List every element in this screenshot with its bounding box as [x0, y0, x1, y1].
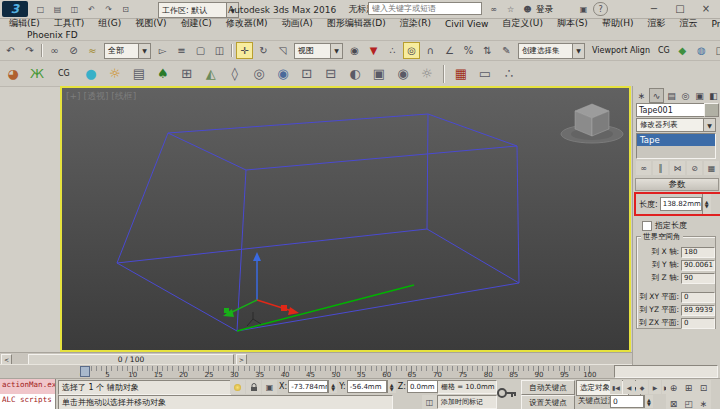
favorites-star-icon[interactable]: ☆	[503, 2, 518, 16]
minimize-button[interactable]: −	[642, 0, 666, 16]
move-gizmo[interactable]	[223, 252, 299, 317]
tab-utilities[interactable]: ◧	[707, 89, 720, 102]
cg-menu[interactable]: CG	[658, 46, 670, 55]
unlink-selection-icon[interactable]: ⊘	[65, 42, 82, 59]
selection-filter-combo[interactable]: 全部▼	[104, 43, 151, 59]
selection-lock-icon[interactable]	[246, 380, 261, 394]
material-plugin-icon[interactable]: ◆	[674, 42, 691, 59]
menu-item[interactable]: Civil View	[438, 18, 495, 30]
spinner-arrows[interactable]: ▲▼	[387, 380, 396, 393]
select-and-link-icon[interactable]: ∞	[46, 42, 63, 59]
coordinate-field[interactable]: -56.4mm	[347, 380, 387, 393]
new-file-icon[interactable]: □	[33, 2, 48, 16]
tab-create[interactable]: ∗	[635, 89, 648, 102]
add-time-tag[interactable]: 添加时间标记	[437, 395, 497, 409]
zoom-icon[interactable]: ⊕	[666, 380, 681, 396]
viewcube[interactable]	[561, 104, 623, 143]
time-tag-icon[interactable]: ◫	[422, 395, 437, 409]
bind-to-space-warp-icon[interactable]: ≈	[84, 42, 101, 59]
configure-modifier-sets-icon[interactable]: ▦	[704, 161, 719, 175]
chevron-down-icon[interactable]: ▼	[703, 119, 715, 131]
chevron-down-icon[interactable]: ▼	[330, 44, 342, 58]
color-palette-icon[interactable]: ◕	[2, 63, 24, 85]
viewport-label[interactable]: [+] [透视] [线框]	[66, 90, 136, 103]
frame-number-field[interactable]: 0	[610, 395, 644, 408]
prev-frame-button[interactable]: ◀	[623, 380, 635, 394]
undo-icon[interactable]: ↶	[2, 42, 19, 59]
tab-motion[interactable]: ◎	[679, 89, 692, 102]
sign-in-link[interactable]: 登录	[536, 4, 553, 16]
select-and-manipulate-icon[interactable]: ∴	[384, 42, 401, 59]
tab-hierarchy[interactable]: ▤	[665, 89, 678, 102]
set-keys-icon[interactable]	[496, 383, 518, 405]
show-end-result-icon[interactable]: ‖	[653, 161, 668, 175]
molecule-icon[interactable]: ∴	[498, 63, 520, 85]
tab-display[interactable]: ▣	[693, 89, 706, 102]
redo-icon[interactable]: ↷	[21, 42, 38, 59]
redo-flyout-icon[interactable]: ↷	[101, 2, 116, 16]
keyboard-override-icon[interactable]: ◎	[403, 42, 420, 59]
isolate-toggle-icon[interactable]	[230, 380, 245, 394]
teapot-icon[interactable]: ◉	[272, 63, 294, 85]
key-mode-button[interactable]: ◆	[636, 380, 648, 394]
window-crossing-icon[interactable]: ◫	[211, 42, 228, 59]
use-pivot-center-icon[interactable]: ◉	[346, 42, 363, 59]
spinner-arrows[interactable]: ▲▼	[644, 395, 653, 408]
ring-icon[interactable]: ◎	[248, 63, 270, 85]
spinner-snap-icon[interactable]: ⇅	[479, 42, 496, 59]
table-icon[interactable]: ⊞	[176, 63, 198, 85]
bulb-icon[interactable]: ☼	[416, 63, 438, 85]
object-name-field[interactable]: Tape001	[636, 103, 706, 117]
go-to-start-button[interactable]: ▮◀	[610, 380, 622, 394]
menu-item[interactable]: Project Manager	[704, 18, 720, 30]
viewport-canvas[interactable]: [+] [透视] [线框]	[60, 86, 631, 352]
specify-length-checkbox[interactable]	[642, 221, 652, 231]
search-binoculars-icon[interactable]: ∞	[486, 2, 501, 16]
snap-3d-icon[interactable]: ∩	[422, 42, 439, 59]
auto-key-button[interactable]: 自动关键点	[521, 380, 575, 395]
eye-icon[interactable]: ◉	[392, 63, 414, 85]
light-icon[interactable]: ●	[80, 63, 102, 85]
zoom-extents-icon[interactable]: ⊡	[696, 380, 711, 396]
coordinate-field[interactable]: -73.784mm	[288, 380, 328, 393]
make-unique-icon[interactable]: ⋈	[670, 161, 685, 175]
help-icon[interactable]: ?	[593, 2, 608, 16]
reference-coord-combo[interactable]: 视图▼	[294, 43, 343, 59]
chevron-down-icon[interactable]: ▼	[572, 44, 584, 58]
butterfly-plugin-icon[interactable]: Ж	[26, 63, 48, 85]
percent-snap-icon[interactable]: %	[460, 42, 477, 59]
transform-typein-icon[interactable]: ▣	[262, 380, 277, 394]
stack-item-tape[interactable]: Tape	[637, 134, 715, 146]
pan-icon[interactable]: ∗	[696, 396, 711, 409]
angle-snap-icon[interactable]: ∠	[441, 42, 458, 59]
set-key-button[interactable]: 设置关键点	[521, 395, 575, 409]
open-file-icon[interactable]: ▤	[50, 2, 65, 16]
viewport-align-menu[interactable]: Viewport Align	[592, 46, 650, 55]
select-and-move-icon[interactable]: ✛	[236, 42, 253, 59]
maxscript-listener-line1[interactable]: actionMan.exec	[0, 379, 56, 394]
menu-item[interactable]: Phoenix FD	[20, 29, 85, 41]
edit-named-sets-icon[interactable]: ✎	[498, 42, 515, 59]
project-toggle-icon[interactable]: ⊡	[118, 2, 133, 16]
search-input[interactable]	[368, 2, 482, 15]
object-color-swatch[interactable]	[704, 103, 719, 117]
play-button[interactable]: ▶	[649, 380, 661, 394]
mountain-icon[interactable]: ◭	[200, 63, 222, 85]
cg-toolbar-label[interactable]: CG	[58, 69, 70, 78]
axis-handle-y[interactable]	[224, 308, 229, 313]
maxscript-listener-line2[interactable]: ALC scripts re	[0, 394, 56, 409]
pin-stack-icon[interactable]: ∞	[636, 161, 651, 175]
user-icon[interactable]: ☻	[520, 2, 535, 16]
spinner-arrows[interactable]: ▲▼	[328, 380, 337, 393]
display-monitor-icon[interactable]: ▣	[368, 63, 390, 85]
factory-icon[interactable]: ▦	[450, 63, 472, 85]
parameters-rollout-header[interactable]: 参数	[635, 178, 719, 191]
web-globe-icon[interactable]: ◍	[693, 42, 710, 59]
current-frame-marker[interactable]	[80, 366, 90, 377]
undo-flyout-icon[interactable]: ↶	[84, 2, 99, 16]
maximize-button[interactable]: □	[668, 0, 692, 16]
save-icon[interactable]: ◫	[67, 2, 82, 16]
select-object-icon[interactable]: ▻	[154, 42, 171, 59]
axis-handle-x[interactable]	[281, 305, 287, 311]
select-and-rotate-icon[interactable]: ↻	[255, 42, 272, 59]
